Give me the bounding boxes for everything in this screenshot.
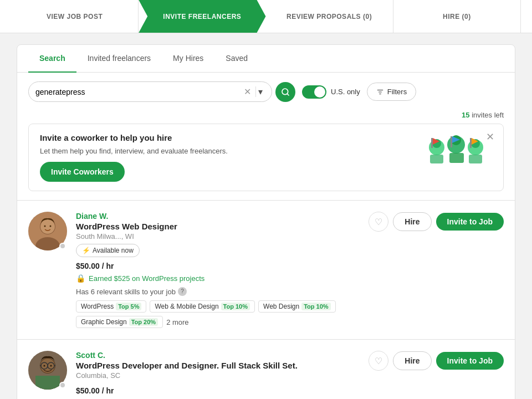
svg-point-36 — [50, 365, 52, 367]
freelancer-card-diane: Diane W. WordPress Web Designer South Mi… — [17, 200, 515, 339]
freelancer-location-diane: South Milwa..., WI — [76, 232, 360, 241]
card-actions-diane: ♡ Hire Invite to Job — [369, 212, 504, 232]
filters-label: Filters — [387, 88, 407, 96]
freelancer-rate-diane: $50.00 / hr — [76, 262, 360, 270]
nav-step-hire[interactable]: HIRE (0) — [393, 0, 521, 33]
avatar-online-indicator — [59, 243, 66, 249]
freelancer-title-diane: WordPress Web Designer — [76, 222, 360, 231]
svg-rect-37 — [35, 376, 60, 390]
svg-rect-18 — [449, 153, 464, 163]
save-button-scott[interactable]: ♡ — [369, 351, 388, 371]
invite-coworkers-button[interactable]: Invite Coworkers — [40, 162, 125, 182]
search-input-wrapper: ✕ ▾ — [28, 81, 272, 102]
invite-coworker-banner: Invite a coworker to help you hire Let t… — [28, 124, 504, 191]
search-dropdown-icon[interactable]: ▾ — [255, 86, 265, 97]
freelancer-location-scott: Columbia, SC — [76, 371, 360, 380]
tab-my-hires[interactable]: My Hires — [162, 45, 214, 73]
tab-saved[interactable]: Saved — [214, 45, 259, 73]
freelancer-info-diane: Diane W. WordPress Web Designer South Mi… — [76, 212, 360, 328]
skill-tag: WordPress Top 5% — [76, 300, 146, 313]
skills-tags-diane: WordPress Top 5% Web & Mobile Design Top… — [76, 300, 360, 328]
invite-job-button-diane[interactable]: Invite to Job — [436, 213, 504, 231]
skill-tag: Web & Mobile Design Top 10% — [150, 300, 255, 313]
svg-rect-11 — [431, 138, 433, 148]
top-navigation: VIEW JOB POST INVITE FREELANCERS REVIEW … — [0, 0, 532, 33]
invite-job-button-scott[interactable]: Invite to Job — [436, 352, 504, 370]
skills-summary-diane: Has 6 relevant skills to your job ? — [76, 287, 360, 296]
us-only-toggle[interactable] — [302, 85, 326, 99]
skill-tag: Web Design Top 10% — [258, 300, 336, 313]
svg-line-34 — [54, 365, 55, 366]
available-badge-diane[interactable]: ⚡ Available now — [76, 244, 140, 257]
action-row-scott: ♡ Hire Invite to Job — [369, 351, 504, 371]
freelancer-name-diane[interactable]: Diane W. — [76, 212, 360, 221]
freelancer-title-scott: WordPress Developer and Designer. Full S… — [76, 361, 360, 370]
svg-line-33 — [40, 365, 41, 366]
more-skills-diane[interactable]: 2 more — [166, 318, 188, 326]
svg-point-24 — [44, 226, 46, 227]
svg-point-25 — [50, 226, 52, 227]
earnings-diane[interactable]: 🔒 Earned $525 on WordPress projects — [76, 274, 360, 283]
tab-search[interactable]: Search — [28, 45, 76, 73]
save-button-diane[interactable]: ♡ — [369, 212, 388, 232]
skill-tag: Graphic Design Top 20% — [76, 316, 163, 328]
help-icon[interactable]: ? — [178, 287, 187, 296]
avatar-online-indicator-scott — [59, 382, 66, 388]
avatar-wrap-diane — [28, 212, 67, 250]
freelancer-name-scott[interactable]: Scott C. — [76, 351, 360, 360]
svg-rect-19 — [469, 155, 482, 163]
main-container: Search Invited freelancers My Hires Save… — [17, 44, 515, 399]
svg-rect-13 — [451, 136, 452, 147]
clear-icon[interactable]: ✕ — [244, 86, 251, 97]
svg-line-1 — [287, 94, 289, 95]
svg-point-35 — [44, 365, 45, 367]
us-only-label: U.S. only — [331, 88, 360, 96]
filters-button[interactable]: Filters — [367, 83, 416, 101]
us-only-toggle-wrap: U.S. only — [302, 85, 360, 99]
freelancer-rate-scott: $50.00 / hr — [76, 386, 360, 395]
svg-rect-15 — [470, 138, 472, 148]
avatar-wrap-scott — [28, 351, 67, 390]
svg-rect-17 — [430, 155, 443, 163]
tabs-bar: Search Invited freelancers My Hires Save… — [17, 45, 515, 73]
freelancer-card-scott: Scott C. WordPress Developer and Designe… — [17, 339, 515, 399]
freelancer-info-scott: Scott C. WordPress Developer and Designe… — [76, 351, 360, 399]
nav-step-invite-freelancers[interactable]: INVITE FREELANCERS — [139, 0, 265, 33]
briefcase-icon: 🔒 — [76, 274, 85, 283]
invites-count: 15 invites left — [17, 111, 515, 124]
card-actions-scott: ♡ Hire Invite to Job — [369, 351, 504, 371]
nav-step-review-proposals[interactable]: REVIEW PROPOSALS (0) — [266, 0, 393, 33]
action-row-diane: ♡ Hire Invite to Job — [369, 212, 504, 232]
hire-button-scott[interactable]: Hire — [393, 351, 431, 370]
search-area: ✕ ▾ U.S. only Filters — [17, 73, 515, 111]
zap-icon: ⚡ — [82, 247, 90, 254]
svg-point-23 — [40, 219, 55, 234]
search-input[interactable] — [35, 88, 244, 96]
hire-button-diane[interactable]: Hire — [393, 212, 431, 231]
nav-step-view-job-post[interactable]: VIEW JOB POST — [11, 0, 139, 33]
invite-banner-illustration — [420, 134, 492, 184]
search-submit-button[interactable] — [275, 82, 295, 102]
tab-invited-freelancers[interactable]: Invited freelancers — [76, 45, 162, 73]
